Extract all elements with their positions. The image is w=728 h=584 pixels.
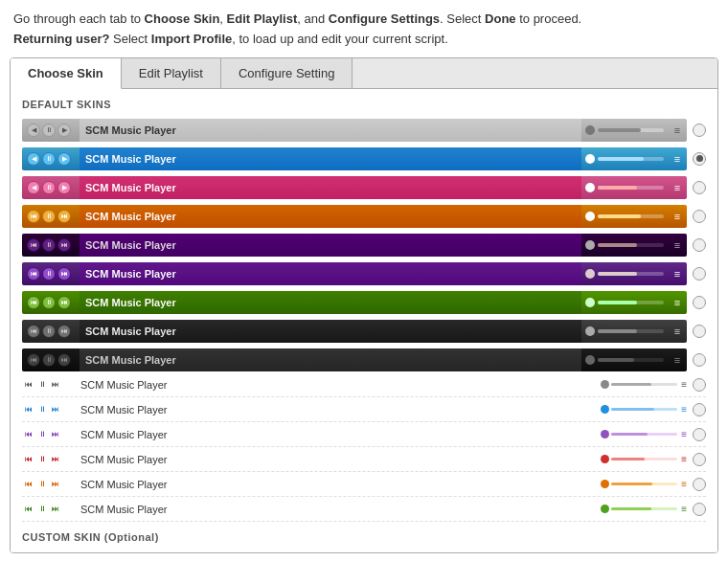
radio-orange[interactable]: [693, 210, 706, 223]
skin-row-dark-purple: ⏮ ⏸ ⏭ SCM Music Player ≡: [22, 233, 706, 258]
radio-plain-4[interactable]: [693, 453, 706, 466]
skin-player-blue[interactable]: ◀ ⏸ ▶ SCM Music Player ≡: [22, 147, 687, 170]
skin-row-plain-4: ⏮ ⏸ ⏭ SCM Music Player ≡: [22, 451, 706, 472]
radio-black[interactable]: [693, 353, 706, 367]
section-default-title: DEFAULT SKINS: [22, 99, 706, 110]
intro-text: Go through each tab to Choose Skin, Edit…: [0, 0, 728, 57]
tabs-content: DEFAULT SKINS ◀ ⏸ ▶ SCM Music Player ≡: [11, 89, 717, 552]
tab-configure-setting[interactable]: Configure Setting: [221, 58, 353, 88]
radio-dark-gray[interactable]: [693, 325, 706, 338]
radio-plain-1[interactable]: [693, 378, 706, 392]
skin-player-dark-gray[interactable]: ⏮ ⏸ ⏭ SCM Music Player ≡: [22, 320, 687, 343]
skin-player-purple[interactable]: ⏮ ⏸ ⏭ SCM Music Player ≡: [22, 262, 687, 285]
skin-player-black[interactable]: ⏮ ⏸ ⏭ SCM Music Player ≡: [22, 348, 687, 371]
radio-purple[interactable]: [693, 267, 706, 281]
skin-player-orange[interactable]: ⏮ ⏸ ⏭ SCM Music Player ≡: [22, 205, 687, 228]
skin-row-plain-3: ⏮ ⏸ ⏭ SCM Music Player ≡: [22, 426, 706, 447]
skin-row-purple: ⏮ ⏸ ⏭ SCM Music Player ≡: [22, 261, 706, 286]
intro-line2: Returning user? Select Import Profile, t…: [13, 32, 448, 46]
skin-row-orange: ⏮ ⏸ ⏭ SCM Music Player ≡: [22, 204, 706, 229]
skin-row-black: ⏮ ⏸ ⏭ SCM Music Player ≡: [22, 348, 706, 372]
tabs-container: Choose Skin Edit Playlist Configure Sett…: [10, 57, 718, 553]
skin-row-plain-6: ⏮ ⏸ ⏭ SCM Music Player ≡: [22, 501, 706, 522]
skin-row-blue: ◀ ⏸ ▶ SCM Music Player ≡: [22, 146, 706, 171]
radio-plain-5[interactable]: [693, 478, 706, 491]
radio-green[interactable]: [693, 296, 706, 309]
radio-blue[interactable]: [693, 152, 706, 166]
skin-player-gray[interactable]: ◀ ⏸ ▶ SCM Music Player ≡: [22, 119, 687, 142]
radio-plain-6[interactable]: [693, 503, 706, 516]
skin-row-plain-5: ⏮ ⏸ ⏭ SCM Music Player ≡: [22, 476, 706, 497]
skin-row-gray: ◀ ⏸ ▶ SCM Music Player ≡: [22, 118, 706, 143]
tab-edit-playlist[interactable]: Edit Playlist: [122, 58, 221, 88]
radio-dark-purple[interactable]: [693, 238, 706, 252]
radio-gray[interactable]: [693, 124, 706, 137]
radio-pink[interactable]: [693, 181, 706, 194]
intro-line1: Go through each tab to Choose Skin, Edit…: [13, 11, 581, 26]
skin-player-pink[interactable]: ◀ ⏸ ▶ SCM Music Player ≡: [22, 176, 687, 199]
skin-row-pink: ◀ ⏸ ▶ SCM Music Player ≡: [22, 175, 706, 200]
tab-choose-skin[interactable]: Choose Skin: [11, 58, 122, 89]
skin-player-green[interactable]: ⏮ ⏸ ⏭ SCM Music Player ≡: [22, 291, 687, 314]
radio-plain-3[interactable]: [693, 428, 706, 441]
radio-plain-2[interactable]: [693, 403, 706, 416]
skin-row-plain-2: ⏮ ⏸ ⏭ SCM Music Player ≡: [22, 401, 706, 422]
skin-player-dark-purple[interactable]: ⏮ ⏸ ⏭ SCM Music Player ≡: [22, 234, 687, 257]
skin-row-green: ⏮ ⏸ ⏭ SCM Music Player ≡: [22, 290, 706, 315]
tabs-header: Choose Skin Edit Playlist Configure Sett…: [11, 58, 717, 89]
section-custom-title: CUSTOM SKIN (Optional): [22, 531, 706, 543]
skin-row-dark-gray: ⏮ ⏸ ⏭ SCM Music Player ≡: [22, 319, 706, 344]
skin-row-plain-1: ⏮ ⏸ ⏭ SCM Music Player ≡: [22, 376, 706, 397]
